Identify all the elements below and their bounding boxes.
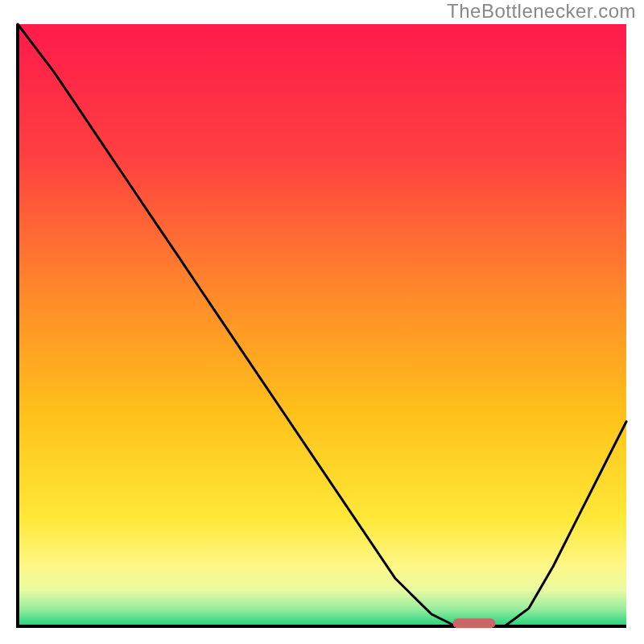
plot-background (18, 24, 626, 626)
optimal-marker (453, 618, 496, 628)
bottleneck-chart (0, 0, 644, 644)
